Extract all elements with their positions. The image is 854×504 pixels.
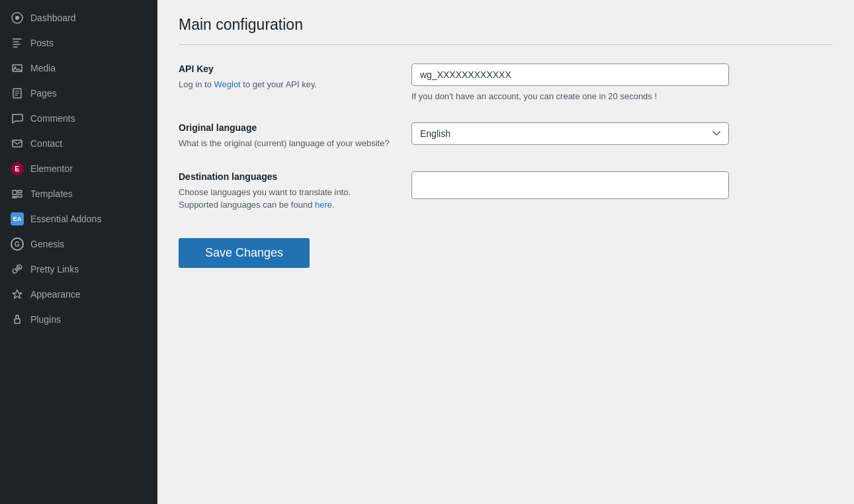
svg-rect-5: [13, 140, 22, 147]
sidebar-item-dashboard[interactable]: Dashboard: [0, 5, 157, 30]
pretty-links-icon: [11, 263, 24, 276]
sidebar-item-media[interactable]: Media: [0, 56, 157, 81]
svg-point-1: [15, 16, 19, 20]
sidebar-item-posts[interactable]: Posts: [0, 30, 157, 56]
original-language-input-col: English French Spanish German Italian Po…: [411, 122, 729, 145]
sidebar-item-label: Pretty Links: [30, 264, 79, 274]
elementor-icon: E: [11, 162, 24, 175]
sidebar-item-label: Appearance: [30, 289, 81, 300]
sidebar-item-plugins[interactable]: Plugins: [0, 307, 157, 332]
page-title: Main configuration: [179, 16, 833, 34]
sidebar-item-elementor[interactable]: E Elementor: [0, 156, 157, 181]
sidebar-item-contact[interactable]: Contact: [0, 131, 157, 156]
sidebar-item-label: Media: [30, 63, 56, 73]
api-key-desc-suffix: to get your API key.: [241, 79, 317, 89]
genesis-icon: G: [11, 237, 24, 251]
sidebar: Dashboard Posts Media Pages Comments Con…: [0, 0, 157, 504]
appearance-icon: [11, 288, 24, 301]
sidebar-item-label: Contact: [30, 138, 62, 149]
api-key-label: API Key: [179, 63, 390, 74]
original-language-label: Original language: [179, 122, 390, 133]
original-language-select[interactable]: English French Spanish German Italian Po…: [411, 122, 729, 145]
sidebar-item-label: Plugins: [30, 314, 61, 325]
sidebar-item-label: Comments: [30, 113, 75, 124]
sidebar-item-comments[interactable]: Comments: [0, 106, 157, 131]
sidebar-item-label: Genesis: [30, 239, 64, 249]
save-changes-button[interactable]: Save Changes: [179, 238, 310, 268]
destination-languages-label: Destination languages: [179, 171, 390, 182]
sidebar-item-templates[interactable]: Templates: [0, 181, 157, 206]
sidebar-item-label: Essential Addons: [30, 214, 101, 224]
templates-icon: [11, 187, 24, 200]
sidebar-item-label: Posts: [30, 38, 54, 48]
destination-languages-input[interactable]: [411, 171, 729, 199]
contact-icon: [11, 137, 24, 150]
sidebar-item-appearance[interactable]: Appearance: [0, 282, 157, 307]
sidebar-item-pages[interactable]: Pages: [0, 81, 157, 106]
essential-addons-icon: EA: [11, 212, 24, 226]
sidebar-item-label: Elementor: [30, 163, 73, 174]
destination-languages-label-col: Destination languages Choose languages y…: [179, 171, 390, 212]
sidebar-item-genesis[interactable]: G Genesis: [0, 231, 157, 257]
dest-lang-desc-suffix: .: [332, 200, 335, 210]
api-key-description: Log in to Weglot to get your API key.: [179, 78, 390, 91]
original-language-label-col: Original language What is the original (…: [179, 122, 390, 150]
comments-icon: [11, 112, 24, 125]
original-language-description: What is the original (current) language …: [179, 137, 390, 150]
destination-languages-description: Choose languages you want to translate i…: [179, 186, 390, 212]
api-key-section: API Key Log in to Weglot to get your API…: [179, 63, 833, 101]
title-divider: [179, 44, 833, 45]
main-content: Main configuration API Key Log in to Weg…: [157, 0, 854, 504]
destination-languages-input-col: [411, 171, 729, 199]
api-key-input[interactable]: [411, 63, 729, 86]
svg-rect-6: [15, 319, 20, 323]
sidebar-item-label: Dashboard: [30, 13, 76, 23]
dashboard-icon: [11, 11, 24, 24]
dest-lang-here-link[interactable]: here: [315, 200, 332, 210]
media-icon: [11, 62, 24, 75]
weglot-link[interactable]: Weglot: [214, 79, 241, 89]
pages-icon: [11, 87, 24, 100]
destination-languages-section: Destination languages Choose languages y…: [179, 171, 833, 212]
api-key-hint: If you don't have an account, you can cr…: [411, 91, 729, 101]
posts-icon: [11, 36, 24, 50]
sidebar-item-essential-addons[interactable]: EA Essential Addons: [0, 206, 157, 231]
api-key-desc-text: Log in to: [179, 79, 214, 89]
plugins-icon: [11, 313, 24, 326]
api-key-input-col: If you don't have an account, you can cr…: [411, 63, 729, 101]
sidebar-item-label: Templates: [30, 189, 73, 199]
sidebar-item-pretty-links[interactable]: Pretty Links: [0, 257, 157, 282]
original-language-section: Original language What is the original (…: [179, 122, 833, 150]
sidebar-item-label: Pages: [30, 88, 57, 99]
api-key-label-col: API Key Log in to Weglot to get your API…: [179, 63, 390, 91]
